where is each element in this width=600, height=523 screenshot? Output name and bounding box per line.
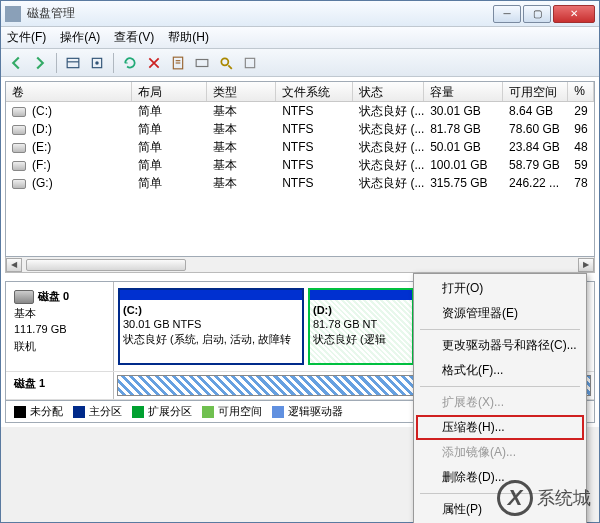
watermark-logo-icon: X [497,480,533,516]
svg-rect-0 [67,58,79,67]
menu-help[interactable]: 帮助(H) [168,29,209,46]
nav-forward-button[interactable] [29,52,51,74]
legend-free: 可用空间 [218,405,262,417]
drive-icon [12,125,26,135]
volume-row[interactable]: (D:)简单基本NTFS状态良好 (...81.78 GB78.60 GB96 [6,120,594,138]
disk-icon [14,290,34,304]
svg-rect-10 [245,58,254,67]
volume-list[interactable]: 卷 布局 类型 文件系统 状态 容量 可用空间 % (C:)简单基本NTFS状态… [5,81,595,257]
ctx-explorer[interactable]: 资源管理器(E) [416,301,584,326]
col-volume[interactable]: 卷 [6,82,132,101]
col-status[interactable]: 状态 [353,82,424,101]
delete-icon[interactable] [143,52,165,74]
drive-icon [12,161,26,171]
maximize-button[interactable]: ▢ [523,5,551,23]
disk0-status: 联机 [14,340,36,352]
disk-management-window: 磁盘管理 ─ ▢ ✕ 文件(F) 操作(A) 查看(V) 帮助(H) 卷 布局 [0,0,600,523]
ctx-shrink-highlighted[interactable]: 压缩卷(H)... [416,415,584,440]
ctx-format[interactable]: 格式化(F)... [416,358,584,383]
svg-rect-7 [196,59,208,66]
drive-icon [12,143,26,153]
svg-point-8 [221,58,228,65]
partc-size: 30.01 GB NTFS [123,317,299,331]
partd-status: 状态良好 (逻辑 [313,332,409,346]
minimize-button[interactable]: ─ [493,5,521,23]
search-icon[interactable] [215,52,237,74]
disk0-type: 基本 [14,307,36,319]
disk1-info[interactable]: 磁盘 1 [6,372,114,399]
drive-icon [12,107,26,117]
menu-file[interactable]: 文件(F) [7,29,46,46]
svg-line-9 [228,65,232,69]
svg-point-3 [95,61,99,65]
legend-primary: 主分区 [89,405,122,417]
partition-d-selected[interactable]: (D:) 81.78 GB NT 状态良好 (逻辑 [308,288,414,365]
ctx-extend: 扩展卷(X)... [416,390,584,415]
watermark: X 系统城 [497,480,591,516]
partd-size: 81.78 GB NT [313,317,409,331]
menu-action[interactable]: 操作(A) [60,29,100,46]
legend-unallocated: 未分配 [30,405,63,417]
disk0-title: 磁盘 0 [38,290,69,302]
titlebar[interactable]: 磁盘管理 ─ ▢ ✕ [1,1,599,27]
toolbar-icon-2[interactable] [86,52,108,74]
col-layout[interactable]: 布局 [132,82,207,101]
drive-icon [12,179,26,189]
scroll-right-icon[interactable]: ▶ [578,258,594,272]
volume-row[interactable]: (E:)简单基本NTFS状态良好 (...50.01 GB23.84 GB48 [6,138,594,156]
col-percent[interactable]: % [568,82,594,101]
col-type[interactable]: 类型 [207,82,276,101]
disk0-size: 111.79 GB [14,323,67,335]
toolbar [1,49,599,77]
column-headers[interactable]: 卷 布局 类型 文件系统 状态 容量 可用空间 % [6,82,594,102]
menu-view[interactable]: 查看(V) [114,29,154,46]
volume-row[interactable]: (G:)简单基本NTFS状态良好 (...315.75 GB246.22 ...… [6,174,594,192]
volume-row[interactable]: (F:)简单基本NTFS状态良好 (...100.01 GB58.79 GB59 [6,156,594,174]
volume-hscrollbar[interactable]: ◀ ▶ [5,257,595,273]
close-button[interactable]: ✕ [553,5,595,23]
scroll-thumb[interactable] [26,259,186,271]
nav-back-button[interactable] [5,52,27,74]
partition-c[interactable]: (C:) 30.01 GB NTFS 状态良好 (系统, 启动, 活动, 故障转 [118,288,304,365]
ctx-open[interactable]: 打开(O) [416,276,584,301]
col-filesystem[interactable]: 文件系统 [276,82,353,101]
app-icon [5,6,21,22]
partc-label: (C:) [123,304,142,316]
toolbar-icon-1[interactable] [62,52,84,74]
refresh-icon[interactable] [119,52,141,74]
col-capacity[interactable]: 容量 [424,82,503,101]
partd-label: (D:) [313,304,332,316]
legend-logical: 逻辑驱动器 [288,405,343,417]
ctx-change-letter[interactable]: 更改驱动器号和路径(C)... [416,333,584,358]
scroll-left-icon[interactable]: ◀ [6,258,22,272]
ctx-add-mirror: 添加镜像(A)... [416,440,584,465]
disk0-info[interactable]: 磁盘 0 基本 111.79 GB 联机 [6,282,114,371]
legend-extended: 扩展分区 [148,405,192,417]
menubar: 文件(F) 操作(A) 查看(V) 帮助(H) [1,27,599,49]
col-free[interactable]: 可用空间 [503,82,568,101]
window-title: 磁盘管理 [27,5,493,22]
watermark-text: 系统城 [537,486,591,510]
disk1-title: 磁盘 1 [14,377,45,389]
volume-row[interactable]: (C:)简单基本NTFS状态良好 (...30.01 GB8.64 GB29 [6,102,594,120]
partc-status: 状态良好 (系统, 启动, 活动, 故障转 [123,332,299,346]
toolbar-icon-4[interactable] [239,52,261,74]
properties-icon[interactable] [167,52,189,74]
toolbar-icon-3[interactable] [191,52,213,74]
